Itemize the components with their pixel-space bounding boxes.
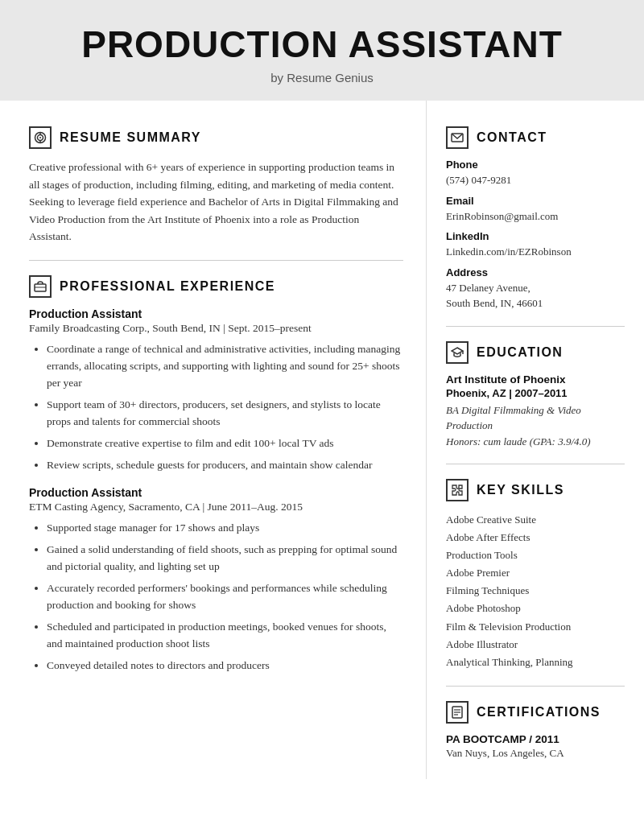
main-layout: RESUME SUMMARY Creative professional wit…	[0, 101, 644, 779]
target-icon	[29, 126, 52, 149]
list-item: Review scripts, schedule guests for prod…	[47, 457, 403, 474]
puzzle-icon	[446, 479, 469, 501]
list-item: Filming Techniques	[446, 582, 625, 600]
page-header: PRODUCTION ASSISTANT by Resume Genius	[0, 0, 644, 101]
list-item: Analytical Thinking, Planning	[446, 654, 625, 671]
job-2-title: Production Assistant	[29, 486, 403, 499]
svg-point-2	[39, 137, 41, 138]
list-item: Supported stage manager for 17 shows and…	[47, 520, 403, 537]
contact-address-1: 47 Delaney Avenue,	[446, 280, 625, 296]
graduation-icon	[446, 341, 469, 364]
job-2-company: ETM Casting Agency, Sacramento, CA | Jun…	[29, 501, 403, 513]
list-item: Gained a solid understanding of field sh…	[47, 542, 403, 575]
skills-list: Adobe Creative Suite Adobe After Effects…	[446, 511, 625, 671]
edu-honors: Honors: cum laude (GPA: 3.9/4.0)	[446, 434, 625, 450]
education-title: EDUCATION	[477, 345, 563, 360]
contact-phone: (574) 047-9281	[446, 172, 625, 188]
contact-title: CONTACT	[477, 130, 547, 145]
contact-phone-label: Phone	[446, 159, 625, 171]
list-item: Coordinate a range of technical and admi…	[47, 341, 403, 392]
contact-section-header: CONTACT	[446, 126, 625, 149]
job-1: Production Assistant Family Broadcasting…	[29, 307, 403, 473]
contact-linkedin: Linkedin.com/in/EZRobinson	[446, 244, 625, 260]
list-item: Adobe Premier	[446, 564, 625, 582]
certifications-section-header: CERTIFICATIONS	[446, 701, 625, 724]
contact-linkedin-label: LinkedIn	[446, 230, 625, 242]
list-item: Adobe Creative Suite	[446, 511, 625, 529]
cert-name: PA BOOTCAMP / 2011	[446, 733, 625, 745]
list-item: Scheduled and participated in production…	[47, 619, 403, 653]
certifications-title: CERTIFICATIONS	[477, 705, 601, 720]
contact-address-label: Address	[446, 266, 625, 278]
cert-icon	[446, 701, 469, 724]
skills-section-header: KEY SKILLS	[446, 479, 625, 501]
right-column: CONTACT Phone (574) 047-9281 Email ErinR…	[427, 101, 644, 779]
job-1-company: Family Broadcasting Corp., South Bend, I…	[29, 322, 403, 335]
contact-email: ErinRobinson@gmail.com	[446, 208, 625, 225]
job-1-bullets: Coordinate a range of technical and admi…	[29, 341, 403, 473]
divider-4	[446, 686, 625, 687]
list-item: Adobe After Effects	[446, 529, 625, 546]
list-item: Demonstrate creative expertise to film a…	[47, 435, 403, 452]
summary-text: Creative professional with 6+ years of e…	[29, 159, 403, 245]
briefcase-icon	[29, 275, 52, 298]
job-1-title: Production Assistant	[29, 307, 403, 320]
list-item: Production Tools	[446, 546, 625, 564]
skills-title: KEY SKILLS	[477, 483, 564, 497]
divider-1	[29, 260, 403, 261]
list-item: Conveyed detailed notes to directors and…	[47, 658, 403, 674]
left-column: RESUME SUMMARY Creative professional wit…	[0, 101, 427, 779]
contact-email-label: Email	[446, 195, 625, 207]
education-section-header: EDUCATION	[446, 341, 625, 364]
page-subtitle: by Resume Genius	[16, 71, 628, 85]
experience-title: PROFESSIONAL EXPERIENCE	[60, 279, 275, 294]
edu-location: Phoenix, AZ | 2007–2011	[446, 387, 625, 399]
svg-marker-8	[452, 348, 463, 354]
list-item: Film & Television Production	[446, 618, 625, 636]
contact-address-2: South Bend, IN, 46601	[446, 295, 625, 311]
list-item: Accurately recorded performers' bookings…	[47, 580, 403, 614]
summary-title: RESUME SUMMARY	[60, 130, 201, 145]
edu-degree: BA Digital Filmmaking & Video Production	[446, 402, 625, 434]
experience-section-header: PROFESSIONAL EXPERIENCE	[29, 275, 403, 298]
divider-2	[446, 326, 625, 327]
list-item: Support team of 30+ directors, producers…	[47, 397, 403, 431]
list-item: Adobe Photoshop	[446, 600, 625, 617]
envelope-icon	[446, 126, 469, 149]
divider-3	[446, 464, 625, 464]
cert-location: Van Nuys, Los Angeles, CA	[446, 747, 625, 760]
job-2-bullets: Supported stage manager for 17 shows and…	[29, 520, 403, 674]
job-2: Production Assistant ETM Casting Agency,…	[29, 486, 403, 674]
list-item: Adobe Illustrator	[446, 636, 625, 654]
page-title: PRODUCTION ASSISTANT	[16, 23, 628, 66]
summary-section-header: RESUME SUMMARY	[29, 126, 403, 149]
edu-school: Art Institute of Phoenix	[446, 373, 625, 386]
